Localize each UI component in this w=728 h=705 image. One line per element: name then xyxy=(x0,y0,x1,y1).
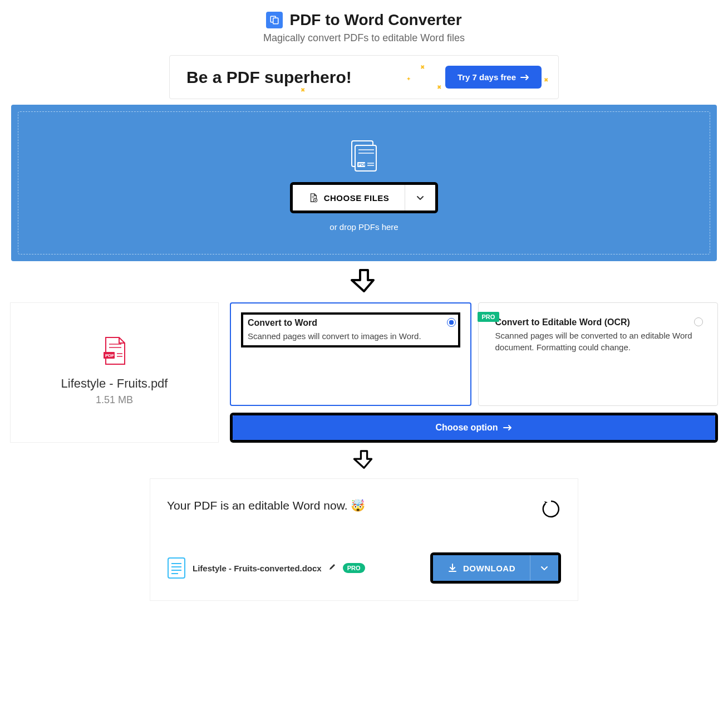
sparkle-icon: ✦ xyxy=(406,76,411,82)
promo-banner: ✖ ✖ ✖ ✖ ✦ Be a PDF superhero! Try 7 days… xyxy=(169,55,559,99)
option-desc: Scanned pages will convert to images in … xyxy=(248,330,454,342)
banner-headline: Be a PDF superhero! xyxy=(186,68,352,87)
pdf-word-icon xyxy=(266,12,283,28)
chevron-down-icon xyxy=(416,195,424,200)
radio-selected[interactable] xyxy=(447,318,456,327)
option-convert-to-word[interactable]: Convert to Word Scanned pages will conve… xyxy=(230,302,471,406)
choose-option-label: Choose option xyxy=(436,423,498,433)
sparkle-icon: ✖ xyxy=(437,84,441,90)
docx-file-icon xyxy=(167,557,186,579)
options-column: Convert to Word Scanned pages will conve… xyxy=(219,302,718,443)
svg-text:PDF: PDF xyxy=(105,353,114,358)
svg-rect-3 xyxy=(355,145,376,171)
svg-rect-1 xyxy=(273,18,278,24)
try-free-button[interactable]: Try 7 days free xyxy=(445,66,542,89)
option-title: Convert to Editable Word (OCR) xyxy=(495,317,701,327)
choose-files-button[interactable]: CHOOSE FILES xyxy=(293,185,405,210)
pdf-file-icon: PDF xyxy=(22,336,207,368)
result-filename: Lifestyle - Fruits-converted.docx xyxy=(193,564,322,573)
choose-option-button[interactable]: Choose option xyxy=(233,415,715,440)
arrow-right-icon xyxy=(520,74,529,81)
options-section: PDF Lifestyle - Fruits.pdf 1.51 MB Conve… xyxy=(10,302,718,443)
page-header: PDF to Word Converter Magically convert … xyxy=(0,11,728,44)
dropzone-container: PDF CHOOSE FILES or drop PDFs here xyxy=(11,105,717,261)
uploaded-file-name: Lifestyle - Fruits.pdf xyxy=(22,376,207,391)
result-file-row: Lifestyle - Fruits-converted.docx PRO xyxy=(167,557,365,579)
pro-badge: PRO xyxy=(478,312,500,322)
option-desc: Scanned pages will be converted to an ed… xyxy=(495,330,701,353)
sparkle-icon: ✖ xyxy=(301,87,305,93)
download-button[interactable]: DOWNLOAD xyxy=(433,555,530,581)
pdf-stack-icon: PDF xyxy=(18,140,710,174)
radio-unselected[interactable] xyxy=(694,317,703,326)
drop-hint: or drop PDFs here xyxy=(18,222,710,232)
file-add-icon xyxy=(308,193,318,203)
choose-files-group: CHOOSE FILES xyxy=(290,182,439,213)
option-convert-ocr[interactable]: PRO Convert to Editable Word (OCR) Scann… xyxy=(478,302,719,406)
choose-files-label: CHOOSE FILES xyxy=(324,193,390,203)
result-panel: Your PDF is an editable Word now. 🤯 Life… xyxy=(150,478,578,601)
uploaded-file-size: 1.51 MB xyxy=(22,394,207,406)
file-preview-panel: PDF Lifestyle - Fruits.pdf 1.51 MB xyxy=(10,302,219,443)
flow-arrow-icon xyxy=(0,448,728,473)
choose-files-dropdown[interactable] xyxy=(405,185,435,210)
flow-arrow-icon xyxy=(0,267,728,297)
arrow-right-icon xyxy=(503,424,512,431)
download-label: DOWNLOAD xyxy=(463,564,515,573)
try-free-label: Try 7 days free xyxy=(458,72,516,82)
result-message: Your PDF is an editable Word now. 🤯 xyxy=(167,499,365,512)
retry-button[interactable] xyxy=(541,499,561,519)
chevron-down-icon xyxy=(540,565,548,571)
download-group: DOWNLOAD xyxy=(430,552,561,584)
sparkle-icon: ✖ xyxy=(420,64,425,70)
pro-badge: PRO xyxy=(343,563,365,573)
download-dropdown[interactable] xyxy=(530,555,558,581)
download-icon xyxy=(447,563,458,573)
page-subtitle: Magically convert PDFs to editable Word … xyxy=(0,32,728,44)
page-title: PDF to Word Converter xyxy=(289,11,461,29)
sparkle-icon: ✖ xyxy=(544,77,548,83)
svg-text:PDF: PDF xyxy=(358,163,367,167)
option-title: Convert to Word xyxy=(248,318,454,328)
edit-filename-button[interactable] xyxy=(328,563,336,573)
svg-rect-19 xyxy=(168,558,185,578)
dropzone[interactable]: PDF CHOOSE FILES or drop PDFs here xyxy=(18,111,710,254)
